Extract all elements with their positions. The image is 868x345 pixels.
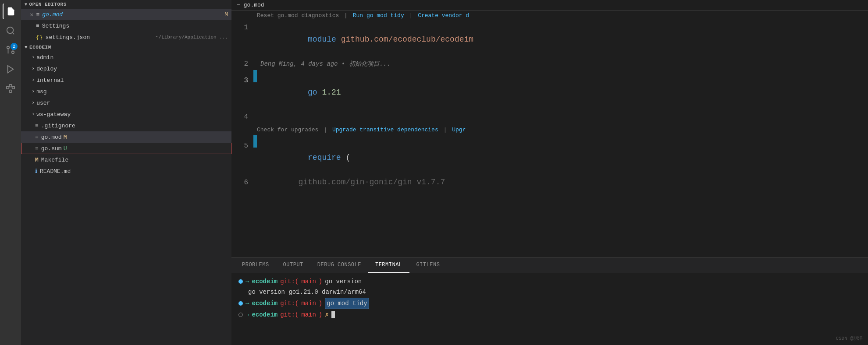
source-control-badge: 2 bbox=[11, 43, 18, 50]
open-editors-label: OPEN EDITORS bbox=[29, 2, 67, 7]
gomod2-badge: M bbox=[64, 134, 67, 141]
blame-text: Deng Ming, 4 days ago • 初始化项目... bbox=[257, 58, 391, 70]
gosum-icon: ≡ bbox=[35, 145, 39, 152]
sidebar: ▼ OPEN EDITORS ✕ ≡ go.mod M ≡ Settings {… bbox=[21, 0, 231, 345]
term-dot-4 bbox=[238, 313, 243, 317]
line-num-5: 5 bbox=[231, 140, 253, 152]
codelens-2: Check for upgrades | Upgrade transitive … bbox=[231, 125, 868, 135]
term-git-1b: ) bbox=[319, 277, 322, 286]
gomod2-name: go.mod bbox=[41, 134, 62, 141]
file-gomod[interactable]: ≡ go.mod M bbox=[21, 131, 231, 143]
gosum-name: go.sum bbox=[41, 145, 62, 152]
codelens-upgr[interactable]: Upgr bbox=[452, 127, 466, 133]
internal-label: internal bbox=[36, 77, 64, 84]
open-editor-settingsjson[interactable]: {} settings.json ~/Library/Application .… bbox=[21, 32, 231, 43]
require-paren: ( bbox=[341, 153, 351, 162]
terminal-section: PROBLEMS OUTPUT DEBUG CONSOLE TERMINAL G… bbox=[231, 257, 868, 345]
breadcrumb-filename[interactable]: go.mod bbox=[244, 2, 264, 8]
folder-msg[interactable]: › msg bbox=[21, 86, 231, 97]
tab-problems[interactable]: PROBLEMS bbox=[235, 258, 276, 273]
msg-chevron: › bbox=[32, 88, 35, 95]
settingsjson-path: ~/Library/Application ... bbox=[156, 35, 228, 40]
tab-terminal[interactable]: TERMINAL bbox=[368, 258, 409, 273]
term-branch-3: main bbox=[301, 299, 316, 308]
user-chevron: › bbox=[32, 100, 35, 106]
terminal-cursor bbox=[331, 311, 335, 318]
file-gitignore[interactable]: ≡ .gitignore bbox=[21, 120, 231, 131]
gitignore-name: .gitignore bbox=[41, 123, 75, 129]
term-arrow-4: → bbox=[245, 310, 249, 320]
user-label: user bbox=[36, 100, 50, 106]
search-icon[interactable] bbox=[3, 23, 18, 39]
readme-info-icon: ℹ bbox=[35, 168, 37, 175]
terminal-tabs: PROBLEMS OUTPUT DEBUG CONSOLE TERMINAL G… bbox=[231, 258, 868, 273]
code-line-5: 5 require ( bbox=[231, 135, 868, 176]
settingsjson-icon: {} bbox=[36, 34, 43, 41]
run-icon[interactable] bbox=[3, 61, 18, 77]
folder-internal[interactable]: › internal bbox=[21, 74, 231, 86]
folder-wsgateway[interactable]: › ws-gateway bbox=[21, 109, 231, 120]
open-editors-chevron: ▼ bbox=[25, 2, 28, 7]
deploy-chevron: › bbox=[32, 66, 35, 72]
term-git-1: git:( bbox=[280, 277, 299, 286]
file-makefile[interactable]: M Makefile bbox=[21, 154, 231, 165]
codelens-run-tidy[interactable]: Run go mod tidy bbox=[353, 12, 404, 19]
term-prompt-3: ecodeim bbox=[252, 299, 277, 308]
gomod-filename: go.mod bbox=[42, 11, 223, 18]
activity-bar: 2 bbox=[0, 0, 21, 345]
line-num-1: 1 bbox=[231, 21, 253, 34]
file-readme[interactable]: ℹ README.md bbox=[21, 165, 231, 177]
folder-admin[interactable]: › admin bbox=[21, 52, 231, 63]
term-git-4: git:( bbox=[280, 310, 299, 320]
term-mark: ✗ bbox=[325, 310, 328, 320]
extensions-icon[interactable] bbox=[3, 81, 18, 96]
term-arrow-3: → bbox=[245, 299, 249, 308]
line-num-3: 3 bbox=[231, 74, 253, 87]
svg-rect-9 bbox=[9, 90, 12, 93]
source-control-icon[interactable]: 2 bbox=[3, 42, 18, 58]
codelens-upgrade-trans[interactable]: Upgrade transitive dependencies bbox=[332, 127, 438, 133]
file-gosum[interactable]: ≡ go.sum U bbox=[21, 143, 231, 154]
tab-output[interactable]: OUTPUT bbox=[276, 258, 310, 273]
term-branch-4: main bbox=[301, 310, 316, 320]
gutter-3 bbox=[253, 70, 257, 82]
term-dot-1 bbox=[238, 279, 243, 284]
close-gomod-btn[interactable]: ✕ bbox=[30, 11, 33, 18]
term-git-3b: ) bbox=[319, 299, 322, 308]
main-content: − go.mod Reset go.mod diagnostics | Run … bbox=[231, 0, 868, 345]
gutter-5 bbox=[253, 135, 257, 148]
codelens-2-text: Check for upgrades bbox=[257, 127, 318, 133]
codelens-create-vendor[interactable]: Create vendor d bbox=[418, 12, 469, 19]
folder-user[interactable]: › user bbox=[21, 97, 231, 109]
tab-debug-console[interactable]: DEBUG CONSOLE bbox=[310, 258, 368, 273]
term-cmd-1: go version bbox=[325, 277, 362, 286]
breadcrumb-minus: − bbox=[237, 2, 240, 8]
files-icon[interactable] bbox=[3, 4, 18, 19]
admin-label: admin bbox=[36, 54, 53, 61]
msg-label: msg bbox=[36, 88, 46, 95]
term-dot-3 bbox=[238, 301, 243, 306]
deploy-label: deploy bbox=[36, 66, 57, 72]
editor-area: − go.mod Reset go.mod diagnostics | Run … bbox=[231, 0, 868, 345]
makefile-m-icon: M bbox=[35, 157, 39, 163]
tab-gitlens[interactable]: GITLENS bbox=[409, 258, 447, 273]
folder-deploy[interactable]: › deploy bbox=[21, 63, 231, 74]
term-prompt-4: ecodeim bbox=[252, 310, 277, 320]
go-version: 1.21 bbox=[322, 88, 341, 97]
open-editor-gomod[interactable]: ✕ ≡ go.mod M bbox=[21, 9, 231, 20]
svg-point-3 bbox=[7, 46, 10, 49]
term-git-4b: ) bbox=[319, 310, 322, 320]
line-num-6: 6 bbox=[231, 176, 253, 189]
code-line-1: 1 module github.com/ecodeclub/ecodeim bbox=[231, 21, 868, 58]
term-branch-1: main bbox=[301, 277, 316, 286]
code-line-4: 4 bbox=[231, 111, 868, 123]
explorer-header[interactable]: ▼ ECODEIM bbox=[21, 43, 231, 52]
gomod-badge: M bbox=[224, 11, 228, 18]
term-cmd-highlighted: go mod tidy bbox=[325, 298, 369, 309]
open-editor-settings[interactable]: ≡ Settings bbox=[21, 20, 231, 32]
settings-filename: Settings bbox=[42, 23, 228, 29]
line-content-5: require ( bbox=[257, 139, 350, 176]
term-line-1: → ecodeim git:(main) go version bbox=[238, 277, 861, 286]
open-editors-header[interactable]: ▼ OPEN EDITORS bbox=[21, 0, 231, 9]
svg-rect-8 bbox=[9, 84, 12, 87]
